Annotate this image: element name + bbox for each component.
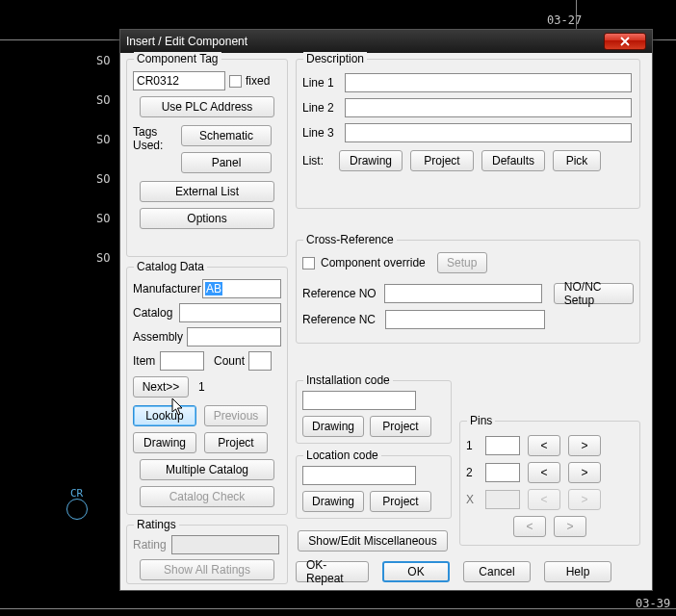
cancel-button[interactable]: Cancel [463, 561, 531, 582]
bg-wire-label: SO [96, 251, 110, 265]
list-label: List: [302, 154, 331, 167]
desc-drawing-button[interactable]: Drawing [339, 150, 403, 171]
bg-wire-label: SO [96, 133, 110, 146]
location-project-button[interactable]: Project [370, 491, 431, 512]
pinx-input [485, 490, 520, 509]
cross-reference-group: Cross-Reference Component override Setup… [296, 240, 640, 344]
installation-code-input[interactable] [302, 391, 416, 410]
line1-label: Line 1 [302, 76, 341, 90]
line3-label: Line 3 [302, 126, 341, 140]
pinx-next-button: > [568, 489, 601, 510]
catalog-input[interactable] [179, 303, 281, 322]
component-override-label: Component override [321, 256, 426, 270]
pinx-prev-button: < [528, 489, 560, 510]
catalog-data-legend: Catalog Data [134, 260, 207, 273]
next-button[interactable]: Next>> [133, 376, 189, 398]
pin1-next-button[interactable]: > [568, 435, 601, 456]
component-override-checkbox[interactable] [302, 257, 315, 270]
desc-project-button[interactable]: Project [410, 150, 474, 171]
ref-nc-input[interactable] [385, 310, 545, 329]
location-code-group: Location code Drawing Project [296, 455, 452, 519]
location-drawing-button[interactable]: Drawing [302, 491, 364, 512]
item-input[interactable] [160, 351, 204, 371]
close-button[interactable] [604, 33, 646, 50]
dialog-window: Insert / Edit Component Component Tag fi… [119, 29, 653, 591]
pins-scroll-prev-button: < [513, 516, 546, 537]
count-label: Count [214, 354, 245, 368]
count-input[interactable] [248, 351, 272, 371]
lookup-button[interactable]: Lookup [133, 405, 196, 426]
ref-no-label: Reference NO [302, 287, 380, 300]
help-button[interactable]: Help [544, 561, 611, 582]
pins-legend: Pins [467, 414, 495, 427]
line3-input[interactable] [345, 123, 632, 142]
bg-wire-label: SO [96, 93, 110, 107]
external-list-button[interactable]: External List [140, 181, 274, 202]
location-code-input[interactable] [302, 466, 416, 485]
pin2-input[interactable] [485, 463, 520, 482]
pin1-label: 1 [466, 439, 478, 452]
catalog-data-group: Catalog Data Manufacturer AB Catalog Ass… [126, 267, 288, 515]
pin2-prev-button[interactable]: < [528, 462, 560, 483]
description-legend: Description [303, 52, 367, 65]
pin2-label: 2 [466, 466, 478, 479]
bg-wire-label: SO [96, 212, 110, 225]
pin1-prev-button[interactable]: < [528, 435, 560, 456]
pin1-input[interactable] [485, 436, 520, 455]
install-drawing-button[interactable]: Drawing [302, 416, 364, 437]
ratings-group: Ratings Rating Show All Ratings [126, 525, 288, 584]
line2-label: Line 2 [302, 101, 341, 115]
item-label: Item [133, 354, 156, 368]
xref-setup-button[interactable]: Setup [437, 252, 487, 273]
use-plc-button[interactable]: Use PLC Address [140, 96, 274, 117]
previous-button[interactable]: Previous [204, 405, 268, 426]
manufacturer-label: Manufacturer [133, 282, 198, 295]
close-icon [620, 37, 630, 46]
assembly-input[interactable] [187, 327, 281, 346]
catalog-check-button[interactable]: Catalog Check [140, 486, 274, 507]
ratings-legend: Ratings [134, 518, 179, 531]
line2-input[interactable] [345, 98, 632, 117]
ref-no-input[interactable] [384, 284, 542, 303]
titlebar[interactable]: Insert / Edit Component [120, 30, 652, 53]
line1-input[interactable] [345, 73, 632, 92]
desc-pick-button[interactable]: Pick [553, 150, 601, 171]
ref-nc-label: Reference NC [302, 313, 381, 326]
bg-line [0, 608, 676, 609]
bg-wire-label: SO [96, 54, 110, 67]
schematic-button[interactable]: Schematic [181, 125, 272, 146]
rating-input[interactable] [171, 535, 279, 554]
page-label: 1 [198, 380, 205, 394]
fixed-label: fixed [246, 74, 270, 88]
component-tag-group: Component Tag fixed Use PLC Address Tags… [126, 59, 288, 257]
component-tag-input[interactable] [133, 71, 225, 90]
tags-used-label: Tags Used: [133, 125, 163, 152]
show-edit-misc-button[interactable]: Show/Edit Miscellaneous [298, 530, 448, 552]
ok-button[interactable]: OK [382, 561, 450, 582]
rating-label: Rating [133, 538, 168, 552]
cr-circle-icon [66, 499, 88, 520]
pins-scroll-next-button: > [554, 516, 586, 537]
ok-repeat-button[interactable]: OK-Repeat [296, 561, 369, 582]
cross-reference-legend: Cross-Reference [303, 233, 397, 246]
manufacturer-selection: AB [205, 282, 222, 295]
catalog-project-button[interactable]: Project [204, 432, 268, 453]
install-project-button[interactable]: Project [370, 416, 431, 437]
multiple-catalog-button[interactable]: Multiple Catalog [140, 459, 274, 480]
options-button[interactable]: Options [140, 208, 274, 229]
description-group: Description Line 1 Line 2 Line 3 List: D… [296, 59, 640, 209]
dialog-title: Insert / Edit Component [126, 35, 604, 48]
fixed-checkbox[interactable] [229, 75, 242, 88]
pin2-next-button[interactable]: > [568, 462, 601, 483]
catalog-label: Catalog [133, 306, 175, 320]
show-all-ratings-button[interactable]: Show All Ratings [140, 559, 274, 580]
bg-wire-label: SO [96, 172, 110, 186]
catalog-drawing-button[interactable]: Drawing [133, 432, 196, 453]
nonc-setup-button[interactable]: NO/NC Setup [554, 283, 634, 304]
installation-code-group: Installation code Drawing Project [296, 380, 452, 444]
pinx-label: X [466, 493, 478, 506]
desc-defaults-button[interactable]: Defaults [481, 150, 545, 171]
panel-button[interactable]: Panel [181, 152, 272, 173]
assembly-label: Assembly [133, 330, 183, 344]
location-code-legend: Location code [303, 449, 381, 462]
